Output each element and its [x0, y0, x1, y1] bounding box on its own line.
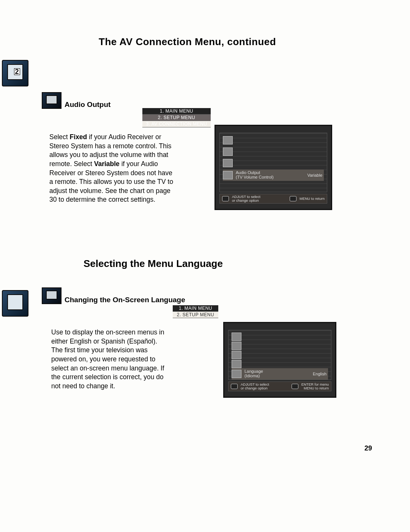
osd-footer: ADJUST to select or change option MENU t… — [219, 194, 327, 204]
osd-row-icon — [232, 342, 241, 350]
osd-footer-left: ADJUST to select or change option — [232, 195, 287, 202]
osd-body: Audio Output (TV Volume Control) Variabl… — [219, 133, 327, 192]
adjust-icon — [231, 384, 238, 389]
osd-screenshot-av-connection: Audio Output (TV Volume Control) Variabl… — [214, 125, 332, 210]
osd-row-icon — [232, 333, 241, 341]
page-title-1: The AV Connection Menu, continued — [99, 36, 276, 48]
osd-row-icon — [232, 351, 241, 359]
menu-path-step-3: 3. AV CONNECTION MENU — [142, 121, 211, 127]
body-text-language: Use to display the on-screen menus in ei… — [51, 328, 169, 391]
menu-path: 1. MAIN MENU 2. SETUP MENU 3. AV CONNECT… — [142, 108, 211, 127]
osd-footer: ADJUST to select or change option ENTER … — [228, 381, 331, 391]
page-title-2: Selecting the Menu Language — [84, 258, 223, 270]
osd-row-label: Language (Idioma) — [244, 369, 313, 378]
subhead-language: Changing the On-Screen Language — [65, 296, 185, 304]
osd-row-value: Variable — [307, 173, 324, 177]
osd-row-icon — [223, 171, 233, 179]
tv-icon — [2, 290, 28, 317]
osd-footer-right: ENTER for menu MENU to return — [301, 383, 329, 390]
osd-footer-right: MENU to return — [300, 197, 325, 201]
osd-row-value: English — [313, 372, 328, 376]
subhead-audio-output: Audio Output — [65, 100, 110, 109]
osd-row-icon — [232, 370, 241, 378]
osd-row-icon — [223, 148, 233, 156]
osd-body: Language (Idioma) English — [228, 330, 331, 380]
menu-path: 1. MAIN MENU 2. SETUP MENU — [173, 305, 218, 318]
body-text-audio-output: Select Fixed if your Audio Receiver or S… — [49, 133, 177, 204]
osd-row-icon — [232, 360, 241, 368]
menu-icon — [290, 196, 296, 201]
tv-icon — [42, 287, 62, 304]
adjust-icon — [222, 196, 229, 201]
section-number-badge: 2 — [14, 68, 20, 75]
osd-row-icon — [223, 159, 233, 167]
osd-row-label: Audio Output (TV Volume Control) — [236, 171, 307, 179]
osd-row-icon — [223, 136, 233, 144]
enter-icon — [292, 384, 298, 389]
menu-path-step-1: 1. MAIN MENU — [173, 305, 218, 312]
menu-path-step-2: 2. SETUP MENU — [173, 312, 218, 318]
page-number: 29 — [364, 444, 372, 452]
tv-icon — [42, 92, 62, 109]
section-number-icon: 2 — [2, 60, 28, 86]
osd-footer-left: ADJUST to select or change option — [241, 383, 289, 390]
menu-path-step-2: 2. SETUP MENU — [142, 115, 211, 121]
osd-screenshot-setup-menu: Language (Idioma) English ADJUST to sele… — [223, 322, 336, 398]
menu-path-step-1: 1. MAIN MENU — [142, 108, 211, 115]
